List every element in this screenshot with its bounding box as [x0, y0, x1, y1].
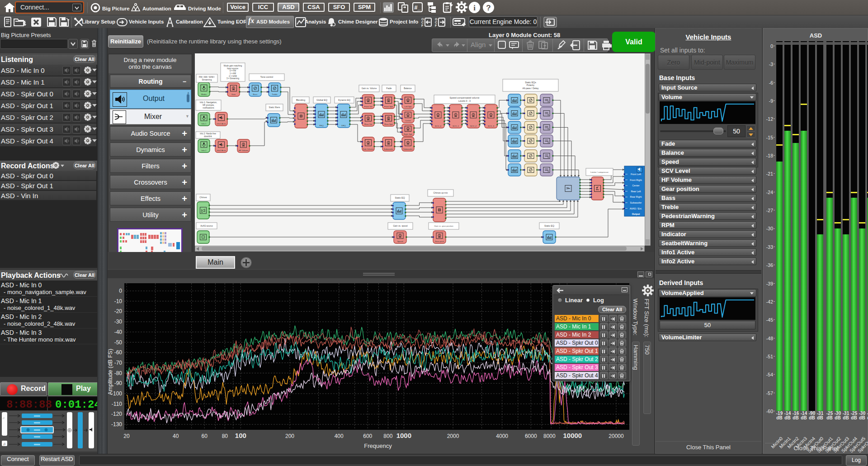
svg-text:?: ?: [486, 4, 491, 12]
svg-text:Info 2: Hands-free: Info 2: Hands-free: [200, 133, 217, 135]
svg-text:F: F: [421, 24, 424, 27]
svg-text:Polarity: Polarity: [527, 84, 535, 86]
svg-text:Front Left: Front Left: [631, 173, 642, 176]
svg-text:Tone control: Tone control: [260, 76, 273, 78]
svg-text:C: C: [421, 21, 424, 24]
svg-text:10000: 10000: [563, 432, 582, 439]
svg-text:20: 20: [123, 433, 130, 439]
svg-text:Info 1: Info 1: [202, 123, 207, 125]
svg-text:1000: 1000: [396, 432, 411, 439]
svg-text:Front Spk: Front Spk: [384, 105, 393, 108]
svg-text:i: i: [473, 4, 476, 12]
svg-text:Info 2: Info 2: [202, 149, 207, 152]
svg-text:2000: 2000: [447, 433, 459, 439]
svg-text:Static EQ: Static EQ: [395, 196, 405, 199]
svg-text:VR prompts,: VR prompts,: [203, 104, 215, 106]
svg-text:-70: -70: [114, 360, 123, 366]
svg-text:400: 400: [335, 433, 344, 439]
svg-text:40: 40: [173, 433, 179, 439]
svg-text:downlink: downlink: [204, 135, 212, 138]
svg-text:Global EQ: Global EQ: [316, 99, 327, 101]
svg-text:Gain vs. Volume: Gain vs. Volume: [362, 87, 377, 90]
svg-text:Frequency: Frequency: [364, 442, 392, 449]
svg-text:-110: -110: [112, 401, 122, 407]
svg-text:-60: -60: [114, 349, 123, 356]
svg-text:4000: 4000: [496, 433, 508, 439]
svg-text:Bass: Bass: [253, 93, 258, 95]
svg-text:♫: ♫: [2, 416, 5, 419]
svg-text:Left Spk: Left Spk: [404, 105, 412, 108]
svg-text:60: 60: [202, 433, 208, 439]
svg-text:Center: Center: [632, 184, 639, 187]
svg-text:SCV_0: SCV_0: [435, 125, 441, 127]
svg-text:Gain vs. speed: Gain vs. speed: [393, 225, 408, 227]
svg-text:-20: -20: [114, 308, 123, 314]
svg-text:3 = Streaming: 3 = Streaming: [226, 77, 240, 80]
svg-text:1 = AM: 1 = AM: [230, 72, 236, 75]
svg-text:F: F: [435, 24, 437, 27]
svg-text:Fade: Fade: [387, 87, 392, 90]
svg-text:Speed compensated volume: Speed compensated volume: [450, 96, 480, 99]
svg-text:0: 0: [119, 288, 122, 294]
svg-text:O: O: [421, 18, 424, 21]
svg-text:SCV_3: SCV_3: [488, 125, 494, 127]
svg-text:Subwoofer: Subwoofer: [630, 201, 642, 204]
svg-text:Gain vs. gear position: Gain vs. gear position: [434, 225, 453, 227]
svg-text:Static EQ: Static EQ: [544, 224, 554, 227]
svg-text:100: 100: [235, 432, 246, 439]
svg-text:600: 600: [363, 433, 372, 439]
svg-text:AVAS / Ext.: AVAS / Ext.: [630, 207, 642, 210]
svg-text:Output: Output: [632, 213, 640, 215]
svg-text:All-pass / Delay: All-pass / Delay: [522, 87, 538, 90]
svg-text:C: C: [435, 21, 437, 24]
svg-text:80: 80: [222, 433, 228, 439]
svg-text:20000: 20000: [609, 433, 624, 439]
svg-text:O: O: [435, 18, 438, 21]
svg-text:Front Right: Front Right: [630, 179, 642, 181]
svg-text:-40: -40: [114, 329, 123, 335]
svg-text:-80: -80: [114, 370, 123, 376]
svg-text:Right Spk: Right Spk: [404, 133, 413, 135]
svg-text:0 = FM: 0 = FM: [230, 70, 236, 72]
svg-text:DEQ: DEQ: [341, 124, 346, 127]
svg-text:Info2 Activ: Info2 Activ: [217, 149, 226, 152]
svg-text:800: 800: [383, 433, 392, 439]
svg-text:Media: Media: [201, 93, 207, 95]
svg-text:-10: -10: [114, 298, 123, 304]
svg-text:Info 1: Navigation,: Info 1: Navigation,: [200, 101, 217, 104]
svg-text:Levels 0 - 3: Levels 0 - 3: [458, 100, 471, 102]
svg-text:Subwoofer: Subwoofer: [403, 148, 413, 150]
svg-text:Info1 Activ: Info1 Activ: [217, 123, 226, 125]
svg-text:6000: 6000: [525, 433, 537, 439]
svg-text:♫: ♫: [3, 442, 6, 446]
svg-text:FM / AM / SXM /: FM / AM / SXM /: [199, 76, 215, 78]
svg-text:Balance: Balance: [404, 87, 412, 90]
svg-text:notifications: notifications: [203, 107, 214, 109]
svg-text:Rear Left: Rear Left: [631, 190, 641, 193]
svg-text:Rear Spk: Rear Spk: [384, 123, 393, 125]
svg-text:Subwoofer: Subwoofer: [384, 148, 394, 150]
svg-text:Treble: Treble: [272, 93, 278, 95]
svg-text:Gain: Gain: [231, 93, 236, 95]
svg-text:Amplitude (dB FS): Amplitude (dB FS): [108, 349, 113, 395]
svg-text:8000: 8000: [543, 433, 556, 439]
svg-text:PEQ: PEQ: [319, 124, 324, 127]
svg-text:Center: Center: [405, 119, 411, 122]
svg-text:Limiter / compressor: Limiter / compressor: [590, 171, 609, 173]
svg-text:-90: -90: [114, 380, 123, 386]
svg-text:-30: -30: [114, 319, 123, 325]
svg-text:-130: -130: [111, 421, 122, 428]
svg-text:2 = SXM: 2 = SXM: [229, 75, 237, 77]
svg-text:Static EQs: Static EQs: [525, 81, 536, 84]
svg-text:Chimes: Chimes: [199, 196, 207, 199]
svg-text:Blending: Blending: [296, 99, 305, 101]
svg-text:Dynamic EQ: Dynamic EQ: [338, 99, 350, 101]
svg-text:Gear posit: Gear posit: [435, 240, 444, 243]
svg-text:HF Volume: HF Volume: [239, 149, 249, 152]
svg-text:SCV_2: SCV_2: [470, 125, 476, 127]
svg-text:200: 200: [285, 433, 294, 439]
svg-text:Speed: Speed: [397, 240, 403, 243]
svg-text:AvAS source: AvAS source: [200, 225, 213, 227]
svg-text:Mode gain matching: Mode gain matching: [224, 65, 242, 67]
svg-text:Rear Vol: Rear Vol: [364, 123, 372, 125]
